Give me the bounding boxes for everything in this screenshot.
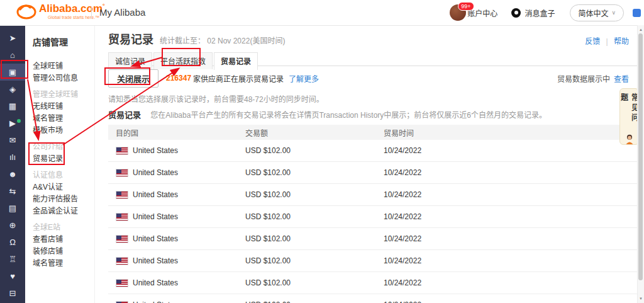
sidebar-item[interactable]: 全球旺铺: [25, 60, 94, 72]
section-description: 您在Alibaba平台产生的所有交易记录将会在详情页Transaction Hi…: [150, 111, 547, 120]
sidebar-item[interactable]: A&V认证: [25, 181, 94, 193]
scrollbar-thumb[interactable]: [638, 33, 643, 280]
account-avatar[interactable]: 99+: [450, 4, 466, 21]
faq-widget[interactable]: 常见问题: [619, 88, 639, 145]
us-flag-icon: [116, 169, 128, 177]
rail-item-contacts[interactable]: ☻: [0, 166, 25, 183]
learn-more-link[interactable]: 了解更多: [289, 73, 319, 84]
cell-amount: USD $102.00: [245, 168, 384, 177]
icon-rail: ➤⌂▣◈▦▶✉ılı☻⇆▤⊕Ω♖♥⊟: [0, 25, 25, 303]
sidebar-item[interactable]: 装修店铺: [25, 246, 94, 258]
view-link[interactable]: 查看: [614, 73, 629, 84]
vertical-scrollbar[interactable]: ▲ ▼: [637, 25, 644, 303]
cell-amount: USD $102.00: [245, 256, 384, 265]
sidebar-item[interactable]: 能力评估报告: [25, 193, 94, 205]
sync-notice: 请知悉当您选择展示该记录时，前台需要48-72小时的同步时间。: [108, 93, 324, 104]
supplier-count-text: 家供应商正在展示贸易记录: [193, 73, 284, 84]
cell-date: 10/24/2022: [384, 300, 638, 303]
message-box-icon[interactable]: [511, 8, 521, 18]
cell-country: United States: [108, 212, 245, 221]
cell-date: 10/24/2022: [384, 212, 638, 221]
sidebar-item[interactable]: 查看店铺: [25, 234, 94, 246]
help-link[interactable]: 帮助: [614, 37, 629, 46]
scroll-down-icon[interactable]: ▼: [638, 295, 644, 302]
language-selector[interactable]: 简体中文 ∨: [570, 4, 624, 21]
cell-country: United States: [108, 278, 245, 287]
home-icon: ⌂: [10, 51, 15, 59]
head-links: 反馈 | 帮助: [585, 35, 629, 46]
rail-item-bank[interactable]: ♖: [0, 251, 25, 268]
page-subtitle: 统计截止至： 02 Nov 2022(美国时间): [160, 35, 285, 45]
cell-date: 10/24/2022: [384, 278, 638, 287]
rail-item-bell[interactable]: Ω: [0, 234, 25, 251]
table-row[interactable]: United StatesUSD $102.0010/24/2022: [108, 250, 638, 272]
table-row[interactable]: United StatesUSD $102.0010/24/2022: [108, 206, 638, 228]
table-row[interactable]: United StatesUSD $102.0010/24/2022: [108, 294, 638, 303]
brand-name: Alibaba.com°: [39, 3, 105, 14]
sidebar: 店铺管理 全球旺铺管理公司信息管理全球旺铺无线旺铺域名管理模板市场公司介绍贸易记…: [25, 25, 95, 303]
close-display-button[interactable]: 关闭展示: [108, 69, 158, 88]
scroll-up-icon[interactable]: ▲: [638, 26, 644, 33]
feedback-link[interactable]: 反馈: [585, 37, 600, 46]
rail-item-orders[interactable]: ▤: [0, 200, 25, 217]
sidebar-item[interactable]: 金品诚企认证: [25, 205, 94, 217]
table-row[interactable]: United StatesUSD $102.0010/24/2022: [108, 140, 638, 162]
cell-amount: USD $102.00: [245, 146, 384, 155]
rail-item-chart[interactable]: ılı: [0, 149, 25, 166]
supplier-count: 216347: [166, 74, 191, 83]
cell-date: 10/24/2022: [384, 256, 638, 265]
sidebar-item[interactable]: 无线旺铺: [25, 101, 94, 113]
trade-records-table: 目的国 交易额 贸易时间 United StatesUSD $102.0010/…: [108, 125, 638, 303]
sidebar-item[interactable]: 贸易记录: [25, 153, 94, 165]
shield-icon: ◈: [9, 85, 16, 93]
col-header-country: 目的国: [108, 127, 245, 138]
header-divider: [91, 6, 92, 19]
rail-item-favorites[interactable]: ♥: [0, 268, 25, 285]
tab-bar: 诚信记录平台活跃指数贸易记录: [108, 52, 638, 66]
rail-item-apps[interactable]: ▦: [0, 98, 25, 115]
sidebar-item[interactable]: 域名管理: [25, 113, 94, 125]
bell-icon: Ω: [9, 238, 16, 246]
col-header-date: 贸易时间: [384, 127, 638, 138]
video-icon: ▶: [9, 119, 16, 127]
table-row[interactable]: United StatesUSD $102.0010/24/2022: [108, 184, 638, 206]
sidebar-item[interactable]: 管理公司信息: [25, 72, 94, 84]
rail-item-store[interactable]: ▣: [0, 64, 25, 81]
table-row[interactable]: United StatesUSD $102.0010/24/2022: [108, 162, 638, 184]
us-flag-icon: [116, 213, 128, 221]
chevron-down-icon: ∨: [611, 9, 616, 16]
rail-item-share[interactable]: ⇆: [0, 183, 25, 200]
sidebar-section-label: 管理全球旺铺: [25, 89, 94, 101]
cell-amount: USD $102.00: [245, 234, 384, 243]
cell-amount: USD $102.00: [245, 190, 384, 199]
us-flag-icon: [116, 279, 128, 287]
table-header-row: 目的国 交易额 贸易时间: [108, 125, 638, 140]
cell-date: 10/24/2022: [384, 190, 638, 199]
rail-item-globe[interactable]: ⊕: [0, 217, 25, 234]
alibaba-logo-icon: [16, 3, 36, 20]
sidebar-section-label: 全球E站: [25, 222, 94, 234]
rail-item-video[interactable]: ▶: [0, 115, 25, 132]
notification-dot: [17, 119, 21, 123]
sidebar-item[interactable]: 模板市场: [25, 125, 94, 137]
tab-trade-record[interactable]: 贸易记录: [214, 52, 258, 70]
us-flag-icon: [116, 301, 128, 303]
rail-item-send[interactable]: ➤: [0, 30, 25, 47]
sidebar-item[interactable]: 域名管理: [25, 258, 94, 270]
send-icon: ➤: [9, 34, 16, 42]
main-content: 贸易记录 统计截止至： 02 Nov 2022(美国时间) 反馈 | 帮助 诚信…: [94, 25, 638, 303]
message-box-link[interactable]: 消息盒子: [525, 8, 555, 18]
us-flag-icon: [116, 235, 128, 243]
store-icon: ▣: [9, 68, 16, 76]
action-row: 关闭展示 216347 家供应商正在展示贸易记录 了解更多 贸易数据展示中 查看: [108, 69, 638, 87]
rail-item-shield[interactable]: ◈: [0, 81, 25, 98]
rail-item-home[interactable]: ⌂: [0, 47, 25, 64]
tab-integrity-record[interactable]: 诚信记录: [108, 52, 152, 69]
table-row[interactable]: United StatesUSD $102.0010/24/2022: [108, 272, 638, 294]
rail-item-briefcase[interactable]: ⊟: [0, 285, 25, 302]
sidebar-title: 店铺管理: [33, 35, 94, 48]
tab-platform-activity[interactable]: 平台活跃指数: [153, 52, 213, 69]
app-icon[interactable]: [633, 9, 641, 17]
rail-item-chat[interactable]: ✉: [0, 132, 25, 149]
table-row[interactable]: United StatesUSD $102.0010/24/2022: [108, 228, 638, 250]
